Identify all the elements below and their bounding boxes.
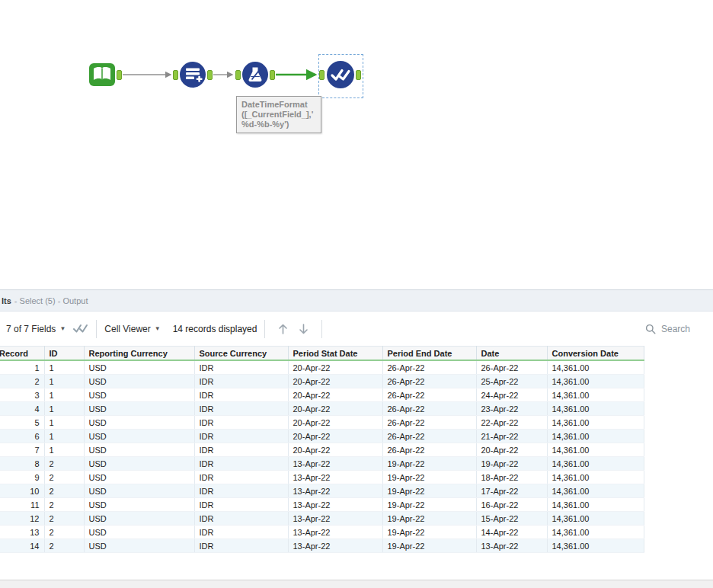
table-cell[interactable]: 14,361.00 — [547, 430, 644, 443]
table-cell[interactable]: 14,361.00 — [547, 416, 644, 430]
table-cell[interactable]: IDR — [194, 498, 288, 512]
table-cell[interactable]: USD — [84, 484, 194, 498]
select-input-anchor[interactable] — [319, 70, 325, 80]
table-row[interactable]: 41USDIDR20-Apr-2226-Apr-2223-Apr-2214,36… — [0, 402, 644, 416]
table-cell[interactable]: IDR — [194, 430, 288, 443]
formula-input-anchor[interactable] — [235, 70, 241, 80]
table-cell[interactable]: 19-Apr-22 — [382, 484, 476, 498]
table-cell[interactable]: IDR — [194, 388, 288, 402]
table-cell[interactable]: USD — [84, 539, 194, 553]
table-cell[interactable]: 1 — [44, 430, 84, 443]
multi-field-formula-tool[interactable] — [241, 61, 269, 88]
table-cell[interactable]: 2 — [44, 512, 84, 526]
table-cell[interactable]: IDR — [194, 471, 288, 484]
table-cell[interactable]: 22-Apr-22 — [476, 416, 547, 430]
table-cell[interactable]: USD — [84, 498, 194, 512]
table-cell[interactable]: IDR — [194, 375, 288, 388]
table-cell[interactable]: 14-Apr-22 — [476, 526, 547, 539]
table-cell[interactable]: 1 — [44, 416, 84, 430]
table-cell[interactable]: 2 — [44, 539, 84, 553]
table-cell[interactable]: 2 — [44, 457, 84, 471]
table-cell[interactable]: 26-Apr-22 — [382, 375, 476, 388]
table-row[interactable]: 122USDIDR13-Apr-2219-Apr-2215-Apr-2214,3… — [0, 512, 644, 526]
table-cell[interactable]: 26-Apr-22 — [382, 360, 476, 375]
union-tool[interactable] — [179, 61, 206, 88]
table-cell[interactable]: 19-Apr-22 — [382, 457, 476, 471]
table-cell[interactable]: 19-Apr-22 — [382, 471, 476, 484]
table-cell[interactable]: 14,361.00 — [547, 388, 644, 402]
table-cell[interactable]: 20-Apr-22 — [476, 443, 547, 457]
input-data-tool[interactable] — [88, 61, 116, 88]
table-cell[interactable]: 19-Apr-22 — [382, 498, 476, 512]
formula-output-anchor[interactable] — [270, 70, 275, 80]
search-box[interactable] — [645, 323, 707, 335]
select-tool[interactable] — [326, 60, 355, 89]
table-cell[interactable]: 5 — [0, 416, 44, 430]
table-cell[interactable]: 25-Apr-22 — [476, 375, 547, 388]
column-header-period-stat-date[interactable]: Period Stat Date — [288, 347, 382, 361]
table-cell[interactable]: 9 — [0, 471, 44, 484]
table-cell[interactable]: IDR — [194, 512, 288, 526]
table-cell[interactable]: 7 — [0, 443, 44, 457]
column-header-conversion-date[interactable]: Conversion Date — [547, 347, 644, 361]
table-cell[interactable]: 10 — [0, 484, 44, 498]
table-cell[interactable]: USD — [84, 430, 194, 443]
table-cell[interactable]: 26-Apr-22 — [476, 360, 547, 375]
table-cell[interactable]: 26-Apr-22 — [382, 443, 476, 457]
table-cell[interactable]: 26-Apr-22 — [382, 402, 476, 416]
column-header-period-end-date[interactable]: Period End Date — [382, 347, 476, 361]
table-cell[interactable]: 14 — [0, 539, 44, 553]
table-cell[interactable]: IDR — [194, 484, 288, 498]
table-row[interactable]: 61USDIDR20-Apr-2226-Apr-2221-Apr-2214,36… — [0, 430, 644, 443]
table-cell[interactable]: IDR — [194, 539, 288, 553]
table-cell[interactable]: 20-Apr-22 — [288, 375, 382, 388]
fields-dropdown[interactable]: 7 of 7 Fields ▼ — [6, 324, 66, 334]
table-cell[interactable]: 2 — [44, 526, 84, 539]
table-cell[interactable]: IDR — [194, 526, 288, 539]
table-cell[interactable]: USD — [84, 360, 194, 375]
table-cell[interactable]: 21-Apr-22 — [476, 430, 547, 443]
table-row[interactable]: 142USDIDR13-Apr-2219-Apr-2213-Apr-2214,3… — [0, 539, 644, 553]
table-cell[interactable]: 6 — [0, 430, 44, 443]
table-cell[interactable]: IDR — [194, 416, 288, 430]
input-data-output-anchor[interactable] — [117, 70, 122, 80]
table-cell[interactable]: 20-Apr-22 — [288, 430, 382, 443]
table-cell[interactable]: 14,361.00 — [547, 443, 644, 457]
table-row[interactable]: 71USDIDR20-Apr-2226-Apr-2220-Apr-2214,36… — [0, 443, 644, 457]
table-cell[interactable]: 2 — [0, 375, 44, 388]
table-cell[interactable]: 19-Apr-22 — [382, 539, 476, 553]
table-cell[interactable]: 14,361.00 — [547, 498, 644, 512]
table-cell[interactable]: 13-Apr-22 — [288, 539, 382, 553]
table-cell[interactable]: 13-Apr-22 — [288, 471, 382, 484]
cell-viewer-dropdown[interactable]: Cell Viewer ▼ — [104, 324, 160, 334]
table-cell[interactable]: IDR — [194, 457, 288, 471]
table-cell[interactable]: 13-Apr-22 — [288, 512, 382, 526]
table-cell[interactable]: USD — [84, 416, 194, 430]
table-cell[interactable]: 26-Apr-22 — [382, 430, 476, 443]
table-cell[interactable]: USD — [84, 402, 194, 416]
table-cell[interactable]: 2 — [44, 471, 84, 484]
table-cell[interactable]: 4 — [0, 402, 44, 416]
table-cell[interactable]: 20-Apr-22 — [288, 360, 382, 375]
table-row[interactable]: 11USDIDR20-Apr-2226-Apr-2226-Apr-2214,36… — [0, 360, 644, 375]
table-cell[interactable]: 20-Apr-22 — [288, 416, 382, 430]
table-cell[interactable]: 14,361.00 — [547, 539, 644, 553]
table-cell[interactable]: 14,361.00 — [547, 484, 644, 498]
table-cell[interactable]: 1 — [44, 443, 84, 457]
table-cell[interactable]: IDR — [194, 360, 288, 375]
table-cell[interactable]: 17-Apr-22 — [476, 484, 547, 498]
table-cell[interactable]: 24-Apr-22 — [476, 388, 547, 402]
table-cell[interactable]: USD — [84, 443, 194, 457]
table-cell[interactable]: 19-Apr-22 — [476, 457, 547, 471]
table-cell[interactable]: 19-Apr-22 — [382, 512, 476, 526]
column-header-id[interactable]: ID — [44, 347, 84, 361]
table-cell[interactable]: 14,361.00 — [547, 471, 644, 484]
previous-record-button[interactable] — [277, 323, 289, 335]
table-cell[interactable]: USD — [84, 512, 194, 526]
union-output-anchor[interactable] — [207, 70, 213, 80]
workflow-canvas[interactable]: DateTimeFormat ([_CurrentField_],' %d-%b… — [0, 0, 713, 289]
next-record-button[interactable] — [298, 323, 309, 335]
table-cell[interactable]: 26-Apr-22 — [382, 416, 476, 430]
table-cell[interactable]: 16-Apr-22 — [476, 498, 547, 512]
table-cell[interactable]: 13 — [0, 526, 44, 539]
